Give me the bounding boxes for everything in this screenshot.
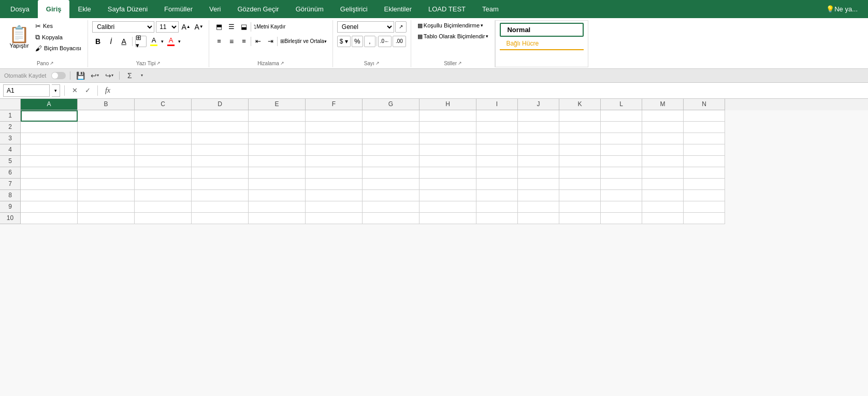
cell-e8[interactable]: [249, 190, 306, 201]
cell-d5[interactable]: [192, 156, 249, 167]
cell-d7[interactable]: [192, 179, 249, 190]
cell-e10[interactable]: [249, 213, 306, 224]
cell-l1[interactable]: [601, 110, 642, 122]
cell-k8[interactable]: [559, 190, 601, 201]
cell-e3[interactable]: [249, 133, 306, 144]
cell-g10[interactable]: [363, 213, 419, 224]
cell-k1[interactable]: [559, 110, 601, 122]
cell-a4[interactable]: [21, 144, 78, 156]
align-bottom-button[interactable]: ⬓: [238, 21, 250, 33]
cell-f10[interactable]: [306, 213, 363, 224]
cell-l3[interactable]: [601, 133, 642, 144]
cell-h5[interactable]: [419, 156, 476, 167]
cell-c2[interactable]: [135, 122, 192, 133]
col-header-m[interactable]: M: [642, 99, 684, 110]
cell-d8[interactable]: [192, 190, 249, 201]
cell-c9[interactable]: [135, 201, 192, 213]
pano-expand-icon[interactable]: ↗: [50, 61, 54, 66]
cell-d3[interactable]: [192, 133, 249, 144]
cell-a8[interactable]: [21, 190, 78, 201]
cell-l9[interactable]: [601, 201, 642, 213]
linked-cell-style[interactable]: Bağlı Hücre: [500, 38, 584, 50]
row-header-8[interactable]: 8: [0, 190, 21, 201]
thousands-button[interactable]: ,: [364, 36, 375, 47]
cell-i3[interactable]: [476, 133, 518, 144]
cell-c10[interactable]: [135, 213, 192, 224]
italic-button[interactable]: İ: [105, 36, 117, 47]
cell-d10[interactable]: [192, 213, 249, 224]
sum-button[interactable]: Σ: [124, 70, 135, 81]
row-header-6[interactable]: 6: [0, 167, 21, 179]
cell-d6[interactable]: [192, 167, 249, 179]
cell-m2[interactable]: [642, 122, 684, 133]
cell-j2[interactable]: [518, 122, 559, 133]
cell-g2[interactable]: [363, 122, 419, 133]
cell-k10[interactable]: [559, 213, 601, 224]
cell-b6[interactable]: [78, 167, 135, 179]
cell-d4[interactable]: [192, 144, 249, 156]
col-header-k[interactable]: K: [559, 99, 601, 110]
cell-h9[interactable]: [419, 201, 476, 213]
col-header-i[interactable]: I: [476, 99, 518, 110]
align-left-button[interactable]: ≡: [213, 36, 225, 47]
cell-l7[interactable]: [601, 179, 642, 190]
cell-a5[interactable]: [21, 156, 78, 167]
cell-b3[interactable]: [78, 133, 135, 144]
cell-l4[interactable]: [601, 144, 642, 156]
cell-k2[interactable]: [559, 122, 601, 133]
tab-team[interactable]: Team: [474, 0, 507, 18]
font-name-select[interactable]: Calibri: [92, 21, 154, 33]
cell-m8[interactable]: [642, 190, 684, 201]
sum-dropdown[interactable]: ▾: [138, 70, 146, 81]
cell-c5[interactable]: [135, 156, 192, 167]
cell-f4[interactable]: [306, 144, 363, 156]
text-wrap-button[interactable]: ⤵ Metni Kaydır: [252, 21, 287, 33]
cell-h10[interactable]: [419, 213, 476, 224]
tab-gorunum[interactable]: Görünüm: [287, 0, 332, 18]
tab-formuller[interactable]: Formüller: [156, 0, 201, 18]
cell-f2[interactable]: [306, 122, 363, 133]
copy-button[interactable]: ⧉ Kopyala: [33, 32, 83, 42]
tab-eklentiler[interactable]: Eklentiler: [376, 0, 420, 18]
currency-button[interactable]: $ ▾: [337, 36, 351, 47]
align-middle-button[interactable]: ☰: [226, 21, 237, 33]
cell-l6[interactable]: [601, 167, 642, 179]
cancel-formula-button[interactable]: ✕: [69, 85, 80, 96]
cell-n3[interactable]: [684, 133, 725, 144]
cell-a9[interactable]: [21, 201, 78, 213]
cell-g5[interactable]: [363, 156, 419, 167]
cell-j7[interactable]: [518, 179, 559, 190]
cell-b8[interactable]: [78, 190, 135, 201]
cell-h1[interactable]: [419, 110, 476, 122]
increase-decimal-button[interactable]: .00: [393, 36, 406, 47]
cell-m5[interactable]: [642, 156, 684, 167]
merge-center-button[interactable]: ⊞ Birleştir ve Ortala ▾: [279, 36, 328, 47]
corner-cell[interactable]: [0, 99, 21, 110]
cell-a7[interactable]: [21, 179, 78, 190]
cell-m4[interactable]: [642, 144, 684, 156]
cell-g9[interactable]: [363, 201, 419, 213]
sayi-expand-icon[interactable]: ↗: [375, 61, 380, 66]
cell-b5[interactable]: [78, 156, 135, 167]
cell-b4[interactable]: [78, 144, 135, 156]
cell-c7[interactable]: [135, 179, 192, 190]
font-size-select[interactable]: 11: [156, 21, 179, 33]
cell-e7[interactable]: [249, 179, 306, 190]
cell-n9[interactable]: [684, 201, 725, 213]
cell-b7[interactable]: [78, 179, 135, 190]
cell-i8[interactable]: [476, 190, 518, 201]
cell-b1[interactable]: [78, 110, 135, 122]
col-header-a[interactable]: A: [21, 99, 78, 110]
cell-l8[interactable]: [601, 190, 642, 201]
undo-button[interactable]: ↩ ▾: [89, 70, 100, 81]
conditional-format-button[interactable]: ▦ Koşullu Biçimlendirme ▾: [415, 21, 485, 30]
cut-button[interactable]: ✂ Kes: [33, 21, 83, 31]
cell-g1[interactable]: [363, 110, 419, 122]
cell-k4[interactable]: [559, 144, 601, 156]
tab-gozden-gecir[interactable]: Gözden Geçir: [229, 0, 287, 18]
stiller-expand-icon[interactable]: ↗: [458, 61, 462, 66]
align-top-button[interactable]: ⬒: [213, 21, 225, 33]
cell-e9[interactable]: [249, 201, 306, 213]
cell-c1[interactable]: [135, 110, 192, 122]
save-button[interactable]: 💾: [75, 70, 86, 81]
